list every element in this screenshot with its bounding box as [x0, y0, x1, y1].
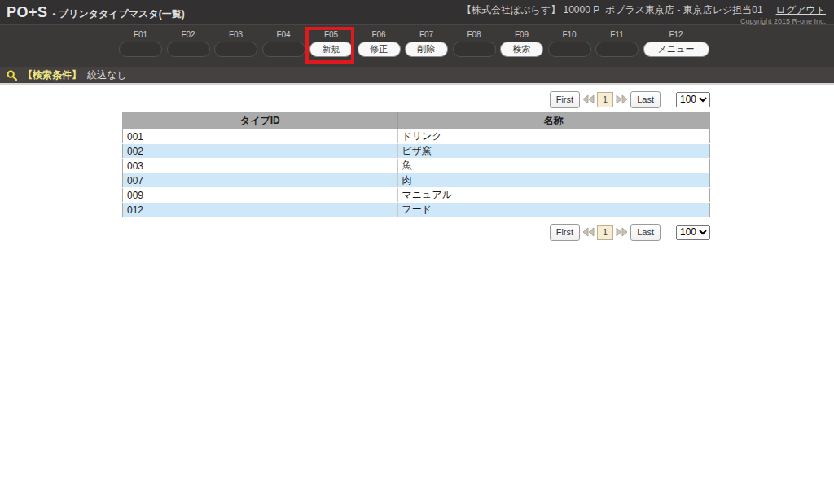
- printer-type-table: タイプID 名称 001ドリンク002ピザ窯003魚007肉009マニュアル01…: [122, 112, 710, 217]
- type-id-cell[interactable]: 007: [123, 173, 398, 188]
- name-cell[interactable]: ピザ窯: [397, 144, 709, 159]
- table-row[interactable]: 012フード: [123, 203, 710, 217]
- name-cell[interactable]: 肉: [397, 173, 709, 188]
- pagination-bottom: First 1 Last 100: [122, 223, 710, 241]
- next-page-icon[interactable]: [616, 94, 628, 105]
- function-key-f05: F05新規: [309, 25, 353, 67]
- function-key-bar: F01F02F03F04F05新規F06修正F07削除F08F09検索F10F1…: [0, 24, 834, 67]
- column-header-type-id: タイプID: [123, 113, 398, 129]
- copyright-text: Copyright 2015 R-one Inc.: [462, 17, 826, 25]
- table-row[interactable]: 007肉: [123, 173, 710, 188]
- function-key-f11: F11: [595, 25, 639, 67]
- brand-logo: PO+S: [7, 4, 48, 21]
- first-page-button[interactable]: First: [550, 224, 580, 241]
- prev-page-icon[interactable]: [582, 94, 595, 105]
- name-cell[interactable]: フード: [397, 203, 709, 217]
- function-key-f09: F09検索: [500, 25, 543, 67]
- fk-button-f02: [167, 42, 210, 57]
- fk-key-label: F11: [595, 29, 639, 40]
- page-title: - プリンタタイプマスタ(一覧): [53, 7, 185, 21]
- function-key-f03: F03: [214, 25, 257, 67]
- fk-button-f11: [595, 42, 639, 57]
- prev-page-icon[interactable]: [582, 226, 595, 238]
- column-header-name: 名称: [397, 113, 709, 129]
- current-page-button[interactable]: 1: [597, 92, 613, 107]
- fk-button-f03: [214, 42, 257, 57]
- function-key-f02: F02: [167, 25, 210, 67]
- name-cell[interactable]: マニュアル: [397, 188, 709, 203]
- fk-button-f09[interactable]: 検索: [500, 42, 543, 57]
- search-condition-label: 【検索条件】: [23, 68, 81, 82]
- function-key-f08: F08: [453, 25, 496, 67]
- next-page-icon[interactable]: [616, 226, 628, 238]
- first-page-button[interactable]: First: [550, 91, 580, 108]
- table-row[interactable]: 009マニュアル: [123, 188, 710, 203]
- fk-button-f08: [453, 42, 496, 57]
- fk-button-f05[interactable]: 新規: [309, 42, 353, 57]
- name-cell[interactable]: 魚: [397, 159, 709, 173]
- function-key-f07: F07削除: [405, 25, 448, 67]
- fk-key-label: F02: [167, 29, 210, 40]
- table-row[interactable]: 001ドリンク: [123, 129, 710, 144]
- table-row[interactable]: 003魚: [123, 159, 710, 173]
- table-row[interactable]: 002ピザ窯: [123, 144, 710, 159]
- type-id-cell[interactable]: 003: [123, 159, 398, 173]
- fk-key-label: F04: [262, 29, 305, 40]
- type-id-cell[interactable]: 001: [123, 129, 398, 144]
- name-cell[interactable]: ドリンク: [397, 129, 709, 144]
- fk-key-label: F07: [405, 29, 448, 40]
- last-page-button[interactable]: Last: [630, 224, 661, 241]
- function-key-f12: F12メニュー: [643, 25, 709, 67]
- page-size-select[interactable]: 100: [676, 225, 710, 240]
- last-page-button[interactable]: Last: [630, 91, 661, 108]
- search-icon: [7, 70, 17, 81]
- function-key-f10: F10: [548, 25, 591, 67]
- fk-button-f04: [262, 42, 305, 57]
- store-user-info: 【株式会社ぽぷらす】 10000 P_ポプラス東京店 - 東京店レジ担当01: [462, 4, 763, 15]
- fk-key-label: F10: [548, 29, 591, 40]
- top-header-bar: PO+S - プリンタタイプマスタ(一覧) 【株式会社ぽぷらす】 10000 P…: [0, 0, 834, 24]
- fk-button-f10: [548, 42, 591, 57]
- fk-button-f06[interactable]: 修正: [358, 42, 401, 57]
- fk-key-label: F03: [214, 29, 257, 40]
- type-id-cell[interactable]: 012: [123, 203, 398, 217]
- app-title: PO+S - プリンタタイプマスタ(一覧): [7, 4, 185, 21]
- fk-key-label: F09: [500, 29, 543, 40]
- pagination-top: First 1 Last 100: [122, 90, 710, 108]
- fk-key-label: F06: [358, 29, 401, 40]
- current-page-button[interactable]: 1: [597, 225, 613, 240]
- type-id-cell[interactable]: 009: [123, 188, 398, 203]
- logout-link[interactable]: ログアウト: [776, 4, 826, 15]
- fk-key-label: F12: [643, 29, 709, 40]
- function-key-f06: F06修正: [358, 25, 401, 67]
- fk-button-f12[interactable]: メニュー: [643, 42, 709, 57]
- function-key-f01: F01: [119, 25, 162, 67]
- page-size-select[interactable]: 100: [676, 92, 710, 107]
- function-key-f04: F04: [262, 25, 305, 67]
- fk-key-label: F01: [119, 29, 162, 40]
- fk-key-label: F05: [309, 29, 353, 40]
- search-condition-bar: 【検索条件】 絞込なし: [0, 67, 834, 85]
- fk-button-f01: [119, 42, 162, 57]
- fk-button-f07[interactable]: 削除: [405, 42, 448, 57]
- fk-key-label: F08: [453, 29, 496, 40]
- search-condition-value: 絞込なし: [87, 68, 127, 82]
- type-id-cell[interactable]: 002: [123, 144, 398, 159]
